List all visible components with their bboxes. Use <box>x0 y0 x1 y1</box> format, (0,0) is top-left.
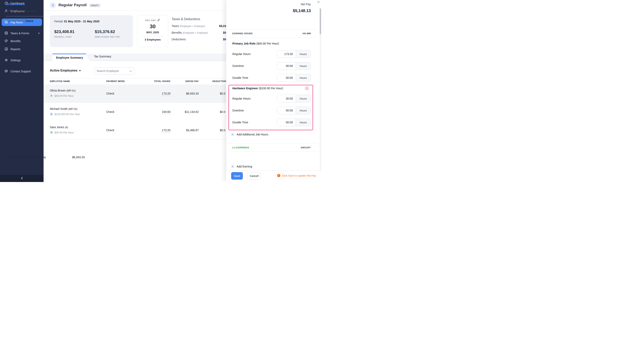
panel-footer: Save Cancel ! Click Save to update Net P… <box>226 170 322 182</box>
employee-name: Olivia Brown <box>50 89 66 92</box>
employee-rate: $20.00 Per Hour <box>55 131 74 134</box>
salary-badge: S <box>50 112 53 116</box>
hourly-badge: H <box>50 131 53 134</box>
panel-net-pay-value: $5,148.13 <box>293 8 311 13</box>
edit-pencil-icon[interactable] <box>157 19 160 22</box>
sidebar-item-label: Taxes & Forms <box>11 32 29 35</box>
status-badge: DRAFT <box>89 4 101 7</box>
net-pay-label: EMPLOYEES' NET PAY <box>95 36 120 38</box>
save-button[interactable]: Save <box>231 172 243 180</box>
col-deductions: DEDUCTIONS <box>212 80 228 82</box>
payroll-cost-label: PAYROLL COST <box>54 36 75 38</box>
pay-day-label: PAY DAY <box>145 19 156 22</box>
back-button[interactable] <box>50 2 56 8</box>
tab-tax-summary[interactable]: Tax Summary <box>94 55 111 58</box>
warning-icon: ! <box>277 174 280 177</box>
panel-employee-meta: MP-01, Hourly Employee <box>6 10 37 12</box>
double-time-input[interactable] <box>277 119 296 126</box>
earnings-header: (+) EARNINGS AMOUNT <box>229 144 316 152</box>
earning-label: Primary Job Role - Regular Pay <box>6 156 46 159</box>
chevron-right-icon <box>38 32 42 35</box>
period-value: 01 May 2025 - 31 May 2025 <box>64 20 100 23</box>
total-hours-cell: 173:20 <box>162 92 170 96</box>
employee-name: Michael Smith <box>50 107 68 110</box>
col-total-hours: TOTAL HOURS <box>154 80 170 82</box>
sidebar-item-label: Benefits <box>11 40 21 43</box>
taxes-value: $8,03 <box>219 24 226 28</box>
double-time-row: Double Time Hours <box>232 118 311 126</box>
primary-job-role-title: Primary Job Role ($40.00 Per Hour) <box>232 42 279 45</box>
earning-hours-title: EARNING HOURS <box>232 32 253 35</box>
sidebar-collapse-button[interactable] <box>0 175 44 182</box>
sidebar-item-benefits[interactable]: Benefits <box>2 38 42 44</box>
earning-hours-unit: HH:MM <box>303 32 311 35</box>
sidebar-item-label: Settings <box>11 59 21 62</box>
deductions-cell: $0.0 <box>220 128 225 132</box>
gross-pay-cell: $11,134.62 <box>185 110 199 114</box>
sidebar-item-contact-support[interactable]: Contact Support <box>2 68 42 75</box>
panel-scrollbar-thumb[interactable] <box>320 8 321 34</box>
payroll-cost-value: $23,408.81 <box>54 30 75 34</box>
sidebar-item-taxes-forms[interactable]: Taxes & Forms <box>2 30 42 37</box>
taxes-deductions-title: Taxes & Deductions <box>172 17 226 21</box>
deductions-cell: $0.0 <box>220 110 225 114</box>
deductions-row: Deductions $0 <box>172 38 226 41</box>
hours-suffix: Hours <box>296 119 311 126</box>
benefits-row: Benefits (Employee + Employer) $0 <box>172 31 226 34</box>
hours-suffix: Hours <box>296 74 311 82</box>
chat-icon <box>5 69 8 74</box>
regular-hours-row: Regular Hours Hours <box>232 50 311 58</box>
payment-mode-cell: Check <box>106 128 114 132</box>
employee-rate: $40.00 Per Hour <box>55 94 74 97</box>
payment-mode-cell: Check <box>106 110 114 114</box>
hours-suffix: Hours <box>296 107 311 114</box>
pay-day-number: 30 <box>137 24 168 30</box>
deductions-value: $0 <box>223 38 226 41</box>
pay-day-month-year: MAY, 2025 <box>137 31 168 34</box>
search-employee-select[interactable]: Search Employee <box>94 67 134 74</box>
app-window: Dashboard Employees Pay Runs Taxes & For… <box>0 0 322 182</box>
sidebar: Dashboard Employees Pay Runs Taxes & For… <box>0 0 44 182</box>
reports-icon <box>5 47 8 52</box>
overtime-input[interactable] <box>277 107 296 114</box>
regular-hours-row: Regular Hours Hours <box>232 95 311 102</box>
page-title: Regular Payroll <box>59 3 87 7</box>
add-earning-link[interactable]: + Add Earning <box>231 164 252 168</box>
period-card: Period: 01 May 2025 - 31 May 2025 $23,40… <box>50 15 133 47</box>
regular-hours-input[interactable] <box>277 50 296 58</box>
active-employees-dropdown[interactable]: Active Employees <box>50 69 81 72</box>
hardware-engineer-title: Hardware Engineer ($100.00 Per Hour) <box>232 87 283 90</box>
double-time-row: Double Time Hours <box>232 74 311 82</box>
panel-net-pay-label: Net Pay <box>301 2 311 6</box>
hourly-badge: H <box>50 94 53 97</box>
net-pay-value: $15,376.62 <box>95 30 120 34</box>
period-text: Period: 01 May 2025 - 31 May 2025 <box>54 20 100 23</box>
double-time-input[interactable] <box>277 74 296 82</box>
total-hours-cell: 193:00 <box>162 110 170 114</box>
sidebar-item-settings[interactable]: Settings <box>2 57 42 64</box>
overtime-row: Overtime Hours <box>232 62 311 70</box>
gross-pay-cell: $6,933.33 <box>186 92 199 95</box>
taxes-row: Taxes (Employee + Employer) $8,03 <box>172 24 226 28</box>
regular-hours-input[interactable] <box>277 95 296 102</box>
taxes-forms-icon <box>5 31 8 36</box>
payment-mode-cell: Check <box>106 92 114 95</box>
close-icon[interactable] <box>317 0 320 4</box>
remove-job-icon[interactable] <box>305 87 309 91</box>
tab-employee-summary[interactable]: Employee Summary <box>53 54 89 61</box>
plus-icon: + <box>231 132 235 136</box>
add-additional-job-hours-link[interactable]: + Add Additional Job Hours <box>231 132 268 136</box>
col-gross-pay: GROSS PAY <box>185 80 199 82</box>
sidebar-item-reports[interactable]: Reports <box>2 46 42 52</box>
panel-payment-mode: Payment Mode: Check <box>6 19 33 22</box>
col-employee-name: EMPLOYEE NAME <box>50 80 70 82</box>
panel-employee-name[interactable]: Olivia Brown <box>6 2 25 6</box>
deductions-cell: $0.0 <box>220 92 225 95</box>
chevron-left-icon <box>52 4 54 6</box>
cancel-button[interactable]: Cancel <box>248 172 261 180</box>
overtime-input[interactable] <box>277 62 296 70</box>
earning-hours-header: EARNING HOURS HH:MM <box>229 30 316 38</box>
pay-day-card: PAY DAY 30 MAY, 2025 3 Employees <box>137 15 168 47</box>
employee-code: (4) <box>65 126 68 129</box>
sidebar-item-label: Reports <box>11 48 20 51</box>
